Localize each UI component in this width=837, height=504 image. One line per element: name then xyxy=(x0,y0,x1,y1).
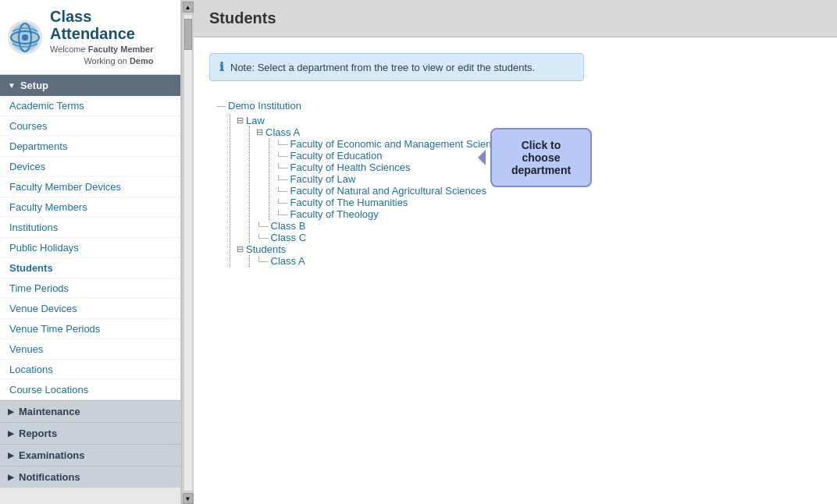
maintenance-arrow-icon: ▶ xyxy=(8,407,14,416)
tree-root-label[interactable]: Demo Institution xyxy=(228,97,301,115)
tree-fac-health-label[interactable]: Faculty of Health Sciences xyxy=(290,161,411,173)
fac-theology-connector: └─ xyxy=(276,210,288,219)
maintenance-label: Maintenance xyxy=(19,406,80,417)
classC-connector: └─ xyxy=(256,233,269,243)
nav-faculty-members[interactable]: Faculty Members xyxy=(0,197,180,218)
scroll-up-btn[interactable]: ▲ xyxy=(183,2,194,12)
tree-root-item[interactable]: — Demo Institution xyxy=(217,97,821,115)
setup-section-header[interactable]: ▼ Setup xyxy=(0,75,180,96)
tree-students-classA[interactable]: └─ Class A xyxy=(256,255,821,267)
fac-econ-connector: └─ xyxy=(276,140,288,149)
nav-students[interactable]: Students xyxy=(0,258,180,279)
root-connector: — xyxy=(217,98,226,114)
nav-locations[interactable]: Locations xyxy=(0,360,180,380)
tree-root: — Demo Institution xyxy=(217,97,821,115)
nav-time-periods[interactable]: Time Periods xyxy=(0,279,180,299)
tree-law-item[interactable]: ⊟ Law xyxy=(237,115,821,126)
nav-courses[interactable]: Courses xyxy=(0,116,180,137)
notifications-section-header[interactable]: ▶ Notifications xyxy=(0,466,180,488)
tree-students-label[interactable]: Students xyxy=(246,243,286,255)
sidebar: Class Attendance Welcome Faculty MemberW… xyxy=(0,0,181,504)
nav-academic-terms[interactable]: Academic Terms xyxy=(0,96,180,116)
scroll-down-btn[interactable]: ▼ xyxy=(183,493,194,504)
nav-public-holidays[interactable]: Public Holidays xyxy=(0,238,180,258)
students-minus-icon: ⊟ xyxy=(237,244,244,254)
reports-section-header[interactable]: ▶ Reports xyxy=(0,422,180,444)
students-classA-connector: └─ xyxy=(256,257,269,266)
nav-venues[interactable]: Venues xyxy=(0,339,180,360)
main-content-area: Students ℹ Note: Select a department fro… xyxy=(194,0,837,504)
sidebar-header: Class Attendance Welcome Faculty MemberW… xyxy=(0,0,180,75)
tree-classC-item[interactable]: └─ Class C xyxy=(256,232,821,243)
fac-edu-connector: └─ xyxy=(276,151,288,161)
tree-classC-label[interactable]: Class C xyxy=(271,232,307,243)
classB-connector: └─ xyxy=(256,222,269,231)
fac-health-connector: └─ xyxy=(276,163,288,172)
scroll-track[interactable] xyxy=(183,14,193,492)
tree-fac-econ-label[interactable]: Faculty of Economic and Management Scien… xyxy=(290,138,508,150)
callout-text: Click to choose department xyxy=(511,139,571,176)
tree-students-classA-label[interactable]: Class A xyxy=(271,255,305,267)
reports-label: Reports xyxy=(19,428,57,439)
nav-faculty-member-devices[interactable]: Faculty Member Devices xyxy=(0,177,180,197)
nav-institutions[interactable]: Institutions xyxy=(0,218,180,238)
tree-fac-theology-label[interactable]: Faculty of Theology xyxy=(290,208,379,220)
maintenance-section-header[interactable]: ▶ Maintenance xyxy=(0,400,180,422)
tree-fac-law-label[interactable]: Faculty of Law xyxy=(290,173,356,185)
nav-venue-time-periods[interactable]: Venue Time Periods xyxy=(0,319,180,339)
tree-students-children: └─ Class A xyxy=(249,255,821,267)
notifications-arrow-icon: ▶ xyxy=(8,473,14,481)
fac-humanities-connector: └─ xyxy=(276,198,288,208)
nav-venue-devices[interactable]: Venue Devices xyxy=(0,299,180,319)
app-title-line2: Attendance xyxy=(50,25,153,42)
welcome-text: Welcome Faculty MemberWorking on Demo xyxy=(50,44,153,68)
tree-container: — Demo Institution ⊟ Law ⊟ Class A xyxy=(209,97,821,267)
tree-fac-humanities-label[interactable]: Faculty of The Humanities xyxy=(290,197,408,208)
app-logo xyxy=(6,19,44,56)
tree-fac-theology[interactable]: └─ Faculty of Theology xyxy=(276,208,821,220)
nav-course-locations[interactable]: Course Locations xyxy=(0,380,180,400)
classA-minus-icon: ⊟ xyxy=(256,127,263,137)
tree-fac-humanities[interactable]: └─ Faculty of The Humanities xyxy=(276,197,821,208)
page-header: Students xyxy=(194,0,837,37)
nav-departments[interactable]: Departments xyxy=(0,137,180,157)
setup-arrow-icon: ▼ xyxy=(8,81,16,90)
examinations-section-header[interactable]: ▶ Examinations xyxy=(0,444,180,466)
tree-students-item[interactable]: ⊟ Students xyxy=(237,243,821,255)
app-title-line1: Class xyxy=(50,8,153,25)
content-area: ℹ Note: Select a department from the tre… xyxy=(194,37,837,504)
examinations-label: Examinations xyxy=(19,449,85,461)
tree-fac-edu-label[interactable]: Faculty of Education xyxy=(290,150,383,161)
tree-classA-label[interactable]: Class A xyxy=(265,126,300,138)
nav-devices[interactable]: Devices xyxy=(0,157,180,177)
info-icon: ℹ xyxy=(219,60,224,74)
scroll-thumb[interactable] xyxy=(184,19,192,50)
law-minus-icon: ⊟ xyxy=(237,115,244,126)
fac-law-connector: └─ xyxy=(276,175,288,184)
tree-classB-item[interactable]: └─ Class B xyxy=(256,220,821,232)
app-title: Class Attendance Welcome Faculty MemberW… xyxy=(50,8,153,68)
fac-natural-connector: └─ xyxy=(276,186,288,196)
choose-department-callout: Click to choose department xyxy=(490,128,592,187)
reports-arrow-icon: ▶ xyxy=(8,429,14,438)
setup-label: Setup xyxy=(20,80,48,91)
info-box: ℹ Note: Select a department from the tre… xyxy=(209,53,584,81)
page-title: Students xyxy=(209,9,821,27)
tree-fac-natural-label[interactable]: Faculty of Natural and Agricultural Scie… xyxy=(290,185,486,197)
tree-law-label[interactable]: Law xyxy=(246,115,265,126)
notifications-label: Notifications xyxy=(19,471,80,483)
tree-classB-label[interactable]: Class B xyxy=(271,220,306,232)
info-note-text: Note: Select a department from the tree … xyxy=(230,62,535,73)
svg-point-4 xyxy=(22,34,28,41)
sidebar-scrollbar[interactable]: ▲ ▼ xyxy=(181,0,194,504)
examinations-arrow-icon: ▶ xyxy=(8,451,14,460)
